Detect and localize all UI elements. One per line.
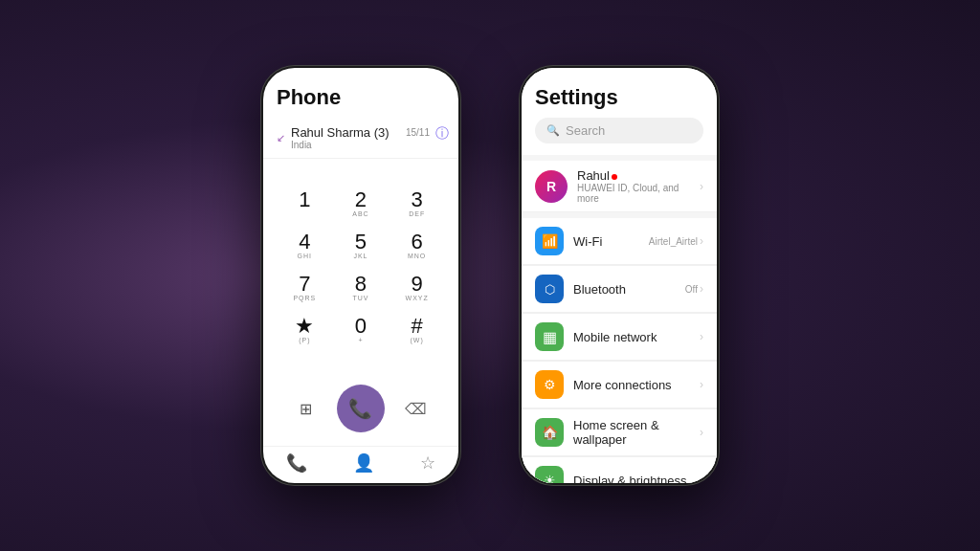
mobile-network-icon: ▦: [535, 322, 564, 351]
settings-item-mobile[interactable]: ▦ Mobile network ›: [522, 313, 717, 361]
mobile-label: Mobile network: [573, 330, 700, 344]
profile-name: Rahul: [577, 168, 700, 183]
mobile-chevron: ›: [700, 330, 703, 343]
chevron-right-icon: ›: [700, 180, 703, 193]
nav-contacts-icon[interactable]: 👤: [353, 452, 374, 474]
profile-info: Rahul HUAWEI ID, Cloud, and more: [577, 168, 700, 204]
nav-favorites-icon[interactable]: ☆: [420, 452, 435, 474]
dial-key-7[interactable]: 7 PQRS: [277, 268, 333, 310]
bt-status: Off ›: [685, 282, 703, 296]
wifi-label: Wi-Fi: [573, 234, 649, 249]
phones-container: Phone ↙ Rahul Sharma (3) India 15/11 ⓘ: [260, 65, 720, 486]
dial-key-1[interactable]: 1: [277, 184, 333, 226]
call-info-button[interactable]: ⓘ: [435, 125, 449, 143]
bt-chevron: ›: [700, 282, 703, 296]
caller-country: India: [291, 140, 445, 150]
missed-call-icon: ↙: [277, 132, 285, 144]
avatar: R: [535, 170, 568, 203]
notification-dot: [612, 174, 617, 180]
nav-recent-icon[interactable]: 📞: [286, 452, 307, 474]
phone-settings: Settings 🔍 Search R Rahul: [519, 65, 720, 486]
connections-content: More connections: [573, 378, 700, 392]
dialpad-grid: 1 2 ABC 3 DEF 4: [277, 184, 445, 352]
settings-item-wifi[interactable]: 📶 Wi-Fi Airtel_Airtel ›: [522, 218, 717, 265]
dial-key-9[interactable]: 9 WXYZ: [389, 268, 445, 310]
homescreen-icon: 🏠: [535, 418, 564, 447]
delete-icon[interactable]: ⌫: [399, 392, 432, 425]
wifi-status: Airtel_Airtel ›: [649, 234, 703, 248]
mobile-content: Mobile network: [573, 330, 700, 344]
settings-list: R Rahul HUAWEI ID, Cloud, and more › 📶: [522, 155, 717, 483]
call-count: 15/11: [406, 127, 430, 138]
connections-label: More connections: [573, 378, 700, 392]
settings-item-homescreen[interactable]: 🏠 Home screen & wallpaper ›: [522, 408, 717, 456]
profile-item[interactable]: R Rahul HUAWEI ID, Cloud, and more ›: [522, 161, 717, 212]
dialpad-icon[interactable]: ⊞: [290, 392, 323, 425]
phone-dialer: Phone ↙ Rahul Sharma (3) India 15/11 ⓘ: [260, 65, 461, 486]
search-bar[interactable]: 🔍 Search: [535, 118, 703, 143]
search-icon: 🔍: [546, 124, 560, 137]
wifi-content: Wi-Fi: [573, 234, 649, 249]
settings-title: Settings: [535, 85, 703, 110]
dial-key-2[interactable]: 2 ABC: [333, 184, 390, 226]
wifi-chevron: ›: [700, 234, 703, 248]
wifi-icon: 📶: [535, 227, 564, 255]
settings-item-connections[interactable]: ⚙ More connections ›: [522, 361, 717, 408]
display-label: Display & brightness: [573, 474, 700, 484]
dial-key-hash[interactable]: # (W): [389, 310, 445, 352]
settings-item-display[interactable]: ☀ Display & brightness ›: [522, 456, 717, 483]
homescreen-label: Home screen & wallpaper: [573, 418, 700, 447]
display-chevron: ›: [700, 474, 703, 483]
settings-header: Settings 🔍 Search: [522, 68, 717, 155]
dialer-header: Phone: [263, 68, 458, 118]
homescreen-content: Home screen & wallpaper: [573, 418, 700, 447]
dial-key-3[interactable]: 3 DEF: [389, 184, 445, 226]
search-placeholder: Search: [566, 123, 605, 138]
settings-item-bluetooth[interactable]: ⬡ Bluetooth Off ›: [522, 265, 717, 313]
dialer-screen: Phone ↙ Rahul Sharma (3) India 15/11 ⓘ: [263, 68, 458, 483]
bt-content: Bluetooth: [573, 282, 685, 297]
bt-label: Bluetooth: [573, 282, 685, 297]
dialpad: 1 2 ABC 3 DEF 4: [263, 159, 458, 377]
dial-key-0[interactable]: 0 +: [333, 310, 390, 352]
bluetooth-icon: ⬡: [535, 275, 564, 303]
recent-call-item[interactable]: ↙ Rahul Sharma (3) India 15/11 ⓘ: [263, 118, 458, 159]
dial-key-star[interactable]: ★ (P): [277, 310, 333, 352]
profile-subtitle: HUAWEI ID, Cloud, and more: [577, 183, 700, 204]
connections-chevron: ›: [700, 378, 703, 391]
dial-key-4[interactable]: 4 GHI: [277, 226, 333, 268]
homescreen-chevron: ›: [700, 426, 703, 439]
settings-screen: Settings 🔍 Search R Rahul: [522, 68, 717, 483]
dial-key-8[interactable]: 8 TUV: [333, 268, 390, 310]
display-content: Display & brightness: [573, 474, 700, 484]
dial-key-5[interactable]: 5 JKL: [333, 226, 390, 268]
display-icon: ☀: [535, 466, 564, 483]
dial-key-6[interactable]: 6 MNO: [389, 226, 445, 268]
dialer-actions: ⊞ 📞 ⌫: [263, 377, 458, 446]
dialer-nav: 📞 👤 ☆: [263, 446, 458, 483]
connections-icon: ⚙: [535, 370, 564, 399]
dialer-title: Phone: [277, 85, 445, 110]
call-button[interactable]: 📞: [337, 385, 385, 432]
